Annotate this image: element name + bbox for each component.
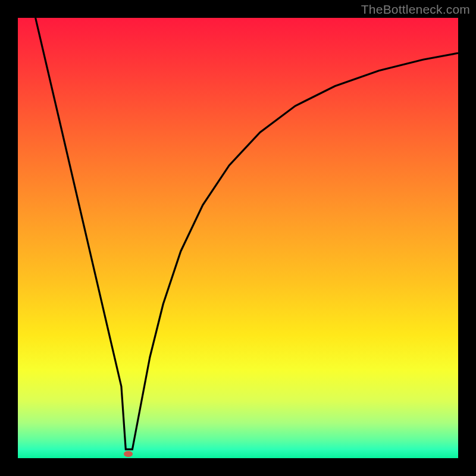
chart-plot-area bbox=[18, 18, 458, 458]
source-label: TheBottleneck.com bbox=[361, 2, 470, 17]
chart-frame: TheBottleneck.com bbox=[0, 0, 476, 476]
chart-curve-layer bbox=[18, 18, 458, 458]
bottleneck-curve bbox=[36, 18, 458, 449]
